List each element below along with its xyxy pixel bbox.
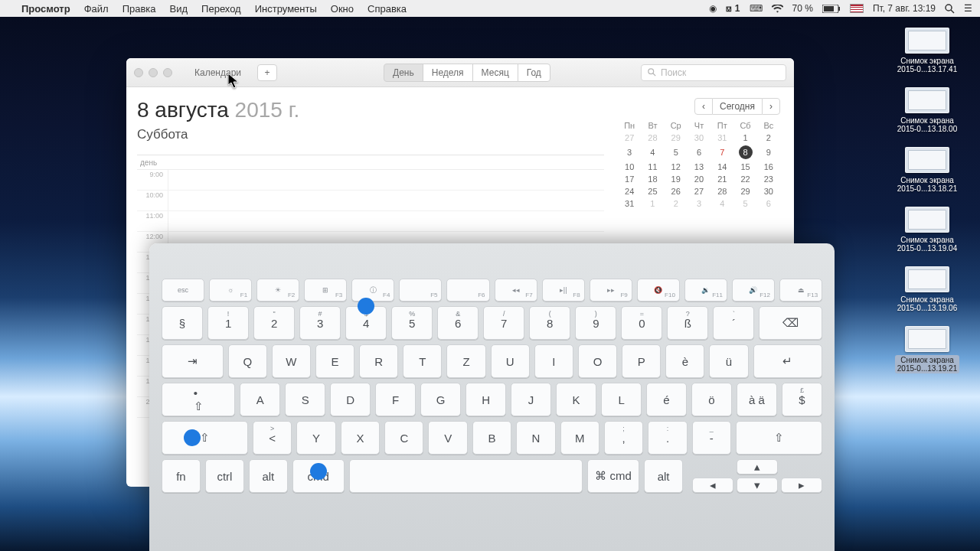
key[interactable]: A — [240, 383, 280, 416]
key[interactable]: 🔊F12 — [732, 279, 775, 302]
key[interactable]: &6 — [437, 306, 479, 340]
key[interactable]: L — [601, 383, 642, 416]
mini-day[interactable]: 17 — [618, 173, 641, 185]
key[interactable]: _- — [692, 421, 731, 455]
desktop-file[interactable]: Снимок экрана2015-0...13.18.21 — [885, 147, 969, 193]
desktop-file[interactable]: Снимок экрана2015-0...13.19.21 — [885, 326, 969, 373]
mini-day[interactable]: 6 — [757, 197, 780, 210]
key[interactable]: =0 — [621, 306, 662, 340]
key[interactable]: F5 — [399, 279, 442, 302]
adobe-icon[interactable]: ⟏ 1 — [726, 3, 740, 14]
view-year[interactable]: Год — [518, 64, 550, 82]
key-up[interactable]: ▴ — [737, 459, 778, 474]
key[interactable]: ☀F2 — [256, 279, 299, 302]
mini-day[interactable]: 13 — [688, 161, 710, 173]
calendars-button[interactable]: Календари — [186, 64, 250, 81]
key[interactable]: 🔉F11 — [684, 279, 727, 302]
mini-day[interactable]: 29 — [733, 185, 756, 197]
mini-day[interactable]: 23 — [757, 173, 780, 185]
key[interactable]: M — [560, 421, 599, 455]
mini-day[interactable]: 20 — [688, 173, 710, 185]
mini-day[interactable]: 8 — [733, 144, 756, 161]
key[interactable]: F6 — [446, 279, 489, 302]
mini-day[interactable]: 28 — [710, 185, 733, 197]
key[interactable]: alt — [644, 459, 683, 493]
key[interactable]: $4 — [345, 306, 387, 340]
key[interactable]: Y — [296, 421, 335, 455]
key[interactable]: ctrl — [205, 459, 244, 493]
key[interactable]: D — [330, 383, 371, 416]
mini-day[interactable]: 4 — [641, 144, 664, 161]
view-week[interactable]: Неделя — [423, 64, 473, 82]
battery-icon[interactable] — [822, 5, 841, 13]
mini-day[interactable]: 18 — [641, 173, 664, 185]
view-day[interactable]: День — [384, 64, 423, 82]
mini-day[interactable]: 12 — [665, 161, 688, 173]
key[interactable]: ö — [691, 383, 732, 416]
key[interactable]: è — [665, 344, 704, 378]
menu-file[interactable]: Файл — [84, 3, 109, 15]
mini-day[interactable]: 5 — [665, 144, 688, 161]
key[interactable]: ⇧ — [162, 421, 248, 455]
input-source-icon[interactable] — [850, 4, 864, 13]
key[interactable]: à ä — [737, 383, 777, 416]
key[interactable]: S — [285, 383, 325, 416]
today-button[interactable]: Сегодня — [713, 98, 762, 115]
agenda-row[interactable]: 10:00 — [137, 191, 604, 211]
key[interactable]: >< — [253, 421, 292, 455]
menu-tools[interactable]: Инструменты — [255, 3, 317, 15]
key[interactable]: esc — [162, 279, 204, 302]
key[interactable]: O — [578, 344, 617, 378]
view-month[interactable]: Месяц — [472, 64, 518, 82]
battery-percent[interactable]: 70 % — [792, 3, 813, 14]
key[interactable]: N — [516, 421, 555, 455]
key[interactable]: H — [466, 383, 506, 416]
spotlight-icon[interactable] — [945, 4, 955, 14]
key[interactable]: ↵ — [753, 344, 822, 378]
key[interactable]: ☼F1 — [209, 279, 252, 302]
key[interactable]: %5 — [391, 306, 433, 340]
menu-edit[interactable]: Правка — [122, 3, 156, 15]
add-event-button[interactable]: + — [257, 64, 277, 81]
key[interactable]: F — [375, 383, 416, 416]
key[interactable]: (8 — [529, 306, 570, 340]
keyboard-viewer-icon[interactable]: ⌨ — [750, 3, 763, 14]
key[interactable]: ⓘF4 — [351, 279, 394, 302]
key[interactable]: ;, — [604, 421, 643, 455]
key[interactable]: )9 — [575, 306, 616, 340]
mini-day[interactable]: 6 — [688, 144, 710, 161]
mini-day[interactable]: 28 — [641, 132, 664, 144]
mini-day[interactable]: 25 — [641, 185, 664, 197]
next-button[interactable]: › — [762, 98, 780, 115]
mini-day[interactable]: 22 — [733, 173, 756, 185]
key-right[interactable]: ▸ — [781, 478, 822, 493]
menu-help[interactable]: Справка — [368, 3, 407, 15]
desktop-file[interactable]: Снимок экрана2015-0...13.18.00 — [885, 87, 969, 133]
wifi-icon[interactable] — [772, 5, 783, 13]
mini-day[interactable]: 4 — [710, 197, 733, 210]
key[interactable]: fn — [162, 459, 201, 493]
key[interactable]: § — [162, 306, 203, 340]
mini-day[interactable]: 31 — [618, 197, 641, 210]
key[interactable]: P — [622, 344, 661, 378]
key[interactable]: C — [384, 421, 423, 455]
key[interactable]: I — [534, 344, 573, 378]
key-left[interactable]: ◂ — [692, 478, 733, 493]
mini-calendar[interactable]: ПнВтСрЧтПтСбВс27282930311234567891011121… — [618, 119, 780, 210]
key[interactable]: K — [556, 383, 596, 416]
key[interactable] — [349, 459, 583, 493]
mini-day[interactable]: 1 — [641, 197, 664, 210]
mini-day[interactable]: 15 — [733, 161, 756, 173]
mini-day[interactable]: 11 — [641, 161, 664, 173]
key[interactable]: V — [428, 421, 467, 455]
mini-day[interactable]: 2 — [665, 197, 688, 210]
key[interactable]: •⇧ — [162, 383, 235, 416]
key[interactable]: ◂◂F7 — [495, 279, 537, 302]
mini-day[interactable]: 9 — [757, 144, 780, 161]
key[interactable]: ?ß — [667, 306, 708, 340]
key[interactable]: cmd — [292, 459, 345, 493]
menu-go[interactable]: Переход — [201, 3, 241, 15]
key[interactable]: E — [315, 344, 354, 378]
mini-day[interactable]: 24 — [618, 185, 641, 197]
key[interactable]: é — [646, 383, 687, 416]
